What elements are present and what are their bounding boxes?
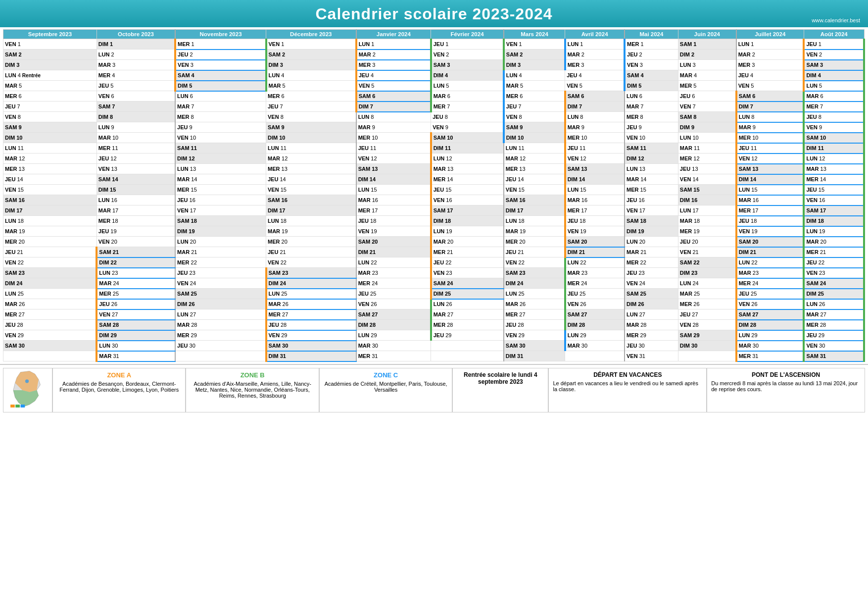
- cal-cell: MER 15: [625, 185, 678, 195]
- cal-cell: LUN 18: [266, 216, 356, 226]
- cal-cell: JEU 18: [565, 216, 625, 226]
- cal-cell: LUN 11: [504, 143, 565, 154]
- cal-cell: DIM 17: [266, 205, 356, 216]
- cal-cell: MER 1: [175, 39, 266, 50]
- cal-cell: VEN 24: [175, 278, 266, 289]
- cal-cell: LUN 13: [175, 164, 266, 174]
- cal-cell: JEU 21: [266, 247, 356, 257]
- cal-cell: SAM 6: [356, 91, 431, 102]
- cal-cell: MAR 5: [266, 81, 356, 91]
- cal-cell: MER 6: [504, 91, 565, 102]
- cal-cell: SAM 27: [565, 309, 625, 320]
- cal-cell: MAR 16: [356, 195, 431, 205]
- cal-cell: JEU 14: [504, 174, 565, 185]
- cal-cell: LUN 15: [736, 185, 804, 195]
- cal-cell: MAR 20: [431, 237, 504, 247]
- cal-cell: DIM 3: [3, 60, 97, 70]
- cal-cell: MAR 4: [678, 70, 736, 81]
- cal-cell: DIM 28: [565, 320, 625, 330]
- cal-cell: DIM 3: [266, 60, 356, 70]
- cal-cell: DIM 19: [175, 226, 266, 237]
- table-row: VEN 1DIM 1MER 1VEN 1LUN 1JEU 1VEN 1LUN 1…: [3, 39, 865, 50]
- cal-cell: MAR 30: [356, 341, 431, 351]
- cal-cell: JEU 25: [565, 289, 625, 299]
- cal-cell: JEU 21: [3, 247, 97, 257]
- cal-cell: MAR 28: [175, 320, 266, 330]
- cal-cell: VEN 8: [3, 112, 97, 122]
- cal-cell: JEU 29: [804, 330, 864, 341]
- cal-cell: MER 20: [266, 237, 356, 247]
- cal-cell: JEU 11: [736, 143, 804, 154]
- cal-cell: MER 4: [96, 70, 175, 81]
- cal-cell: DIM 9: [678, 122, 736, 133]
- cal-cell: [3, 351, 97, 361]
- cal-cell: MER 13: [266, 164, 356, 174]
- cal-cell: JEU 22: [431, 257, 504, 268]
- table-row: SAM 2LUN 2JEU 2SAM 2MAR 2VEN 2SAM 2MAR 2…: [3, 50, 865, 60]
- cal-cell: MER 29: [175, 330, 266, 341]
- cal-cell: LUN 22: [565, 257, 625, 268]
- cal-cell: [678, 351, 736, 361]
- cal-cell: JEU 1: [804, 39, 864, 50]
- cal-cell: SAM 8: [678, 112, 736, 122]
- cal-cell: JEU 9: [175, 122, 266, 133]
- cal-cell: LUN 5: [431, 81, 504, 91]
- cal-cell: JEU 23: [175, 268, 266, 278]
- cal-cell: LUN 11: [3, 143, 97, 154]
- cal-cell: SAM 17: [431, 205, 504, 216]
- cal-cell: MER 31: [356, 351, 431, 361]
- france-map-svg: [8, 370, 48, 410]
- cal-cell: DIM 28: [736, 320, 804, 330]
- cal-cell: MER 13: [3, 164, 97, 174]
- cal-cell: LUN 4: [266, 70, 356, 81]
- cal-cell: MER 18: [96, 216, 175, 226]
- cal-cell: VEN 15: [504, 185, 565, 195]
- cal-cell: DIM 3: [504, 60, 565, 70]
- cal-cell: VEN 20: [96, 237, 175, 247]
- zone-a-title: ZONE A: [57, 371, 181, 379]
- cal-cell: SAM 25: [625, 289, 678, 299]
- cal-cell: DIM 1: [96, 39, 175, 50]
- cal-cell: [565, 351, 625, 361]
- th-aug2024: Août 2024: [804, 30, 864, 39]
- cal-cell: MER 11: [96, 143, 175, 154]
- cal-cell: JEU 5: [96, 81, 175, 91]
- cal-cell: SAM 23: [3, 268, 97, 278]
- cal-cell: MAR 27: [804, 309, 864, 320]
- cal-cell: VEN 15: [3, 185, 97, 195]
- cal-cell: MAR 23: [565, 268, 625, 278]
- cal-cell: MER 3: [565, 60, 625, 70]
- cal-cell: MAR 12: [266, 154, 356, 164]
- cal-cell: MAR 23: [356, 268, 431, 278]
- cal-cell: LUN 25: [3, 289, 97, 299]
- cal-cell: SAM 4: [625, 70, 678, 81]
- cal-cell: JEU 7: [3, 102, 97, 112]
- cal-cell: SAM 29: [678, 330, 736, 341]
- th-nov2023: Novembre 2023: [175, 30, 266, 39]
- cal-cell: LUN 25: [266, 289, 356, 299]
- table-row: DIM 3MAR 3VEN 3DIM 3MER 3SAM 3DIM 3MER 3…: [3, 60, 865, 70]
- cal-cell: MER 24: [356, 278, 431, 289]
- cal-cell: VEN 12: [565, 154, 625, 164]
- cal-cell: VEN 1: [3, 39, 97, 50]
- cal-cell: LUN 27: [175, 309, 266, 320]
- cal-cell: JEU 21: [504, 247, 565, 257]
- cal-cell: DIM 12: [175, 154, 266, 164]
- cal-cell: MAR 19: [266, 226, 356, 237]
- cal-cell: DIM 24: [266, 278, 356, 289]
- cal-cell: LUN 20: [625, 237, 678, 247]
- svg-rect-4: [10, 405, 15, 408]
- cal-cell: LUN 16: [96, 195, 175, 205]
- cal-cell: DIM 31: [266, 351, 356, 361]
- table-row: MER 6VEN 6LUN 6MER 6SAM 6MAR 6MER 6SAM 6…: [3, 91, 865, 102]
- cal-cell: SAM 1: [678, 39, 736, 50]
- cal-cell: SAM 23: [504, 268, 565, 278]
- table-row: DIM 17MAR 17VEN 17DIM 17MER 17SAM 17DIM …: [3, 205, 865, 216]
- cal-cell: DIM 11: [431, 143, 504, 154]
- th-feb2024: Février 2024: [431, 30, 504, 39]
- cal-cell: SAM 18: [625, 216, 678, 226]
- cal-cell: JEU 26: [96, 299, 175, 309]
- cal-cell: LUN 29: [736, 330, 804, 341]
- table-row: MER 13VEN 13LUN 13MER 13SAM 13MAR 13MER …: [3, 164, 865, 174]
- cal-cell: SAM 13: [565, 164, 625, 174]
